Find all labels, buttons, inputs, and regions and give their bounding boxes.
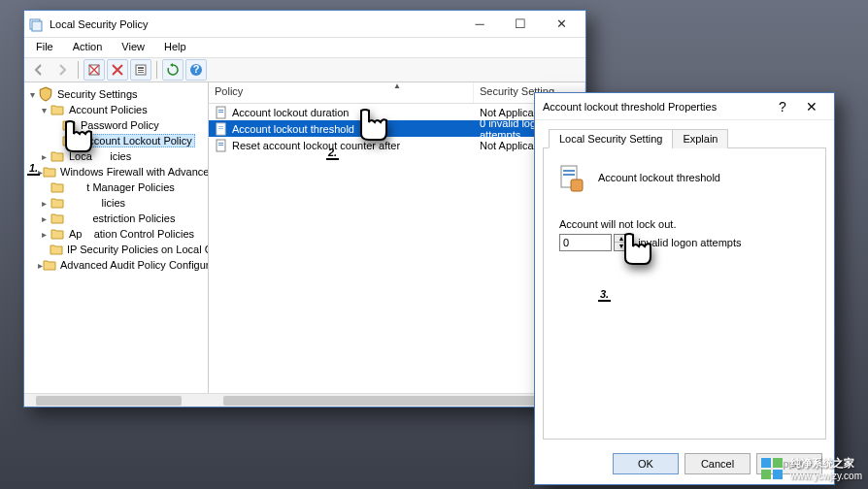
svg-rect-22 [761,458,771,468]
menu-view[interactable]: View [117,40,149,55]
tree-ip-security[interactable]: IP Security Policies on Local Computer [24,242,208,257]
list-pane: ▲ Policy Security Setting Account lockou… [209,82,585,393]
dialog-titlebar: Account lockout threshold Properties ? ✕ [535,93,834,120]
svg-rect-16 [218,143,223,144]
menu-file[interactable]: File [32,40,57,55]
tab-explain[interactable]: Explain [672,129,728,148]
svg-rect-20 [563,174,575,176]
svg-rect-19 [563,170,575,172]
nav-back-button[interactable] [28,59,50,81]
menu-help[interactable]: Help [160,40,190,55]
toolbar-properties-icon[interactable] [130,59,151,81]
main-titlebar: Local Security Policy ─ ☐ ✕ [24,11,585,38]
svg-rect-4 [138,67,144,69]
nav-forward-button[interactable] [51,59,73,81]
tree-network-list[interactable]: t Manager Policies [24,179,208,195]
main-window: Local Security Policy ─ ☐ ✕ File Action … [23,10,586,408]
app-icon [28,16,44,32]
maximize-button[interactable]: ☐ [500,12,541,37]
svg-text:?: ? [193,63,200,75]
svg-rect-14 [218,128,223,129]
tab-local-security-setting[interactable]: Local Security Setting [549,129,673,148]
dialog-tabs: Local Security Setting Explain [543,128,826,148]
watermark: 纯净系统之家 www.ycwjzy.com [759,456,862,481]
list-row-threshold[interactable]: Account lockout threshold 0 invalid logo… [209,120,585,137]
dialog-close-button[interactable]: ✕ [797,99,826,114]
tree-windows-firewall[interactable]: ▸ Windows Firewall with Advanced Secu [24,164,208,179]
tree-account-policies[interactable]: ▾ Account Policies [24,102,208,117]
toolbar-cut-icon[interactable] [83,59,105,81]
security-icon [38,87,53,101]
svg-rect-17 [218,145,223,146]
toolbar: ? [24,57,585,82]
toolbar-help-icon[interactable]: ? [185,59,207,81]
main-title: Local Security Policy [50,18,459,30]
annotation-1: 1. [27,151,40,178]
folder-icon [50,243,63,256]
tree-root[interactable]: ▾ Security Settings [24,86,208,102]
annotation-3: 3. [598,277,611,304]
watermark-text: 纯净系统之家 [790,456,862,471]
column-policy[interactable]: Policy [209,82,474,103]
pointer-cursor-icon-2 [351,105,394,151]
tab-content: Account lockout threshold Account will n… [543,148,826,440]
lockout-note: Account will not lock out. [559,218,814,230]
svg-rect-11 [218,112,223,113]
tree-local-policies[interactable]: ▸ Loca icies [24,148,208,164]
tree-pane[interactable]: ▾ Security Settings ▾ Account Policies P… [24,82,209,393]
folder-icon [50,196,65,210]
tree-app-control[interactable]: ▸ Ap ation Control Policies [24,226,208,242]
pointer-cursor-icon-1 [56,116,99,163]
menu-action[interactable]: Action [69,40,107,55]
policy-doc-icon [215,106,228,119]
toolbar-refresh-icon[interactable] [162,59,184,81]
cancel-button[interactable]: Cancel [684,453,751,474]
svg-rect-6 [138,72,144,73]
svg-rect-10 [218,110,223,111]
policy-doc-icon [215,122,228,136]
folder-icon [43,165,56,179]
tree-account-lockout-policy[interactable]: Account Lockout Policy [24,133,208,148]
list-row-reset[interactable]: Reset account lockout counter after Not … [209,137,585,153]
help-button[interactable]: ? [768,99,797,114]
folder-icon [50,227,65,241]
svg-rect-1 [32,21,42,31]
properties-dialog: Account lockout threshold Properties ? ✕… [534,92,835,485]
folder-icon [50,180,65,194]
svg-rect-25 [773,470,783,479]
sort-indicator-icon: ▲ [393,82,401,90]
menubar: File Action View Help [24,38,585,57]
tree-advanced-audit[interactable]: ▸ Advanced Audit Policy Configuration [24,257,208,273]
folder-icon [43,258,56,272]
folder-icon [50,212,65,225]
annotation-2: 2. [326,136,339,162]
threshold-input[interactable] [559,234,612,251]
horizontal-scrollbar[interactable] [24,393,585,407]
svg-rect-24 [761,470,771,479]
ok-button[interactable]: OK [613,453,679,474]
tree-public-key[interactable]: ▸ licies [24,195,208,211]
minimize-button[interactable]: ─ [459,12,500,37]
svg-rect-5 [138,70,144,71]
policy-name-label: Account lockout threshold [598,172,720,183]
policy-big-icon [555,162,586,193]
dialog-title: Account lockout threshold Properties [543,101,768,113]
tree-software-restriction[interactable]: ▸ estriction Policies [24,211,208,226]
close-button[interactable]: ✕ [541,12,582,37]
folder-icon [50,103,65,116]
pointer-cursor-icon-3 [616,229,658,276]
tree-password-policy[interactable]: Password Policy [24,117,208,133]
svg-rect-13 [218,126,223,127]
toolbar-delete-icon[interactable] [107,59,128,81]
svg-rect-23 [773,458,783,468]
watermark-logo-icon [759,456,785,481]
watermark-url: www.ycwjzy.com [790,471,862,481]
svg-rect-21 [571,179,583,191]
policy-doc-icon [215,139,228,152]
